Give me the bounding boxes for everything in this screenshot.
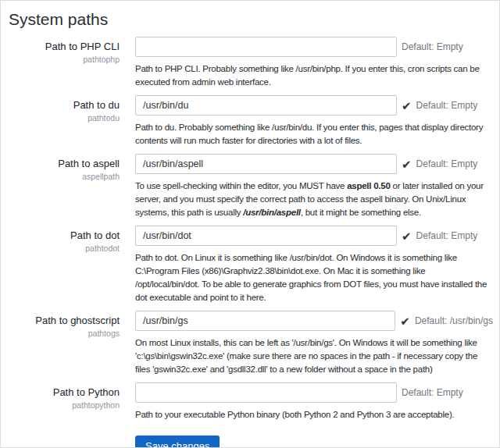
setting-row-pathtopython: Path to Python pathtopython ✔ Default: E…	[9, 382, 491, 421]
default-hint: Default: Empty	[416, 230, 478, 241]
setting-description: Path to your executable Python binary (b…	[135, 408, 491, 421]
check-icon: ✔	[402, 100, 412, 112]
check-icon: ✔	[402, 158, 412, 170]
setting-description: Path to PHP CLI. Probably something like…	[135, 62, 491, 89]
path-input-aspellpath[interactable]	[135, 154, 397, 174]
default-hint: Default: Empty	[402, 387, 463, 398]
default-hint: Default: Empty	[402, 41, 463, 52]
path-input-pathtodot[interactable]	[135, 226, 397, 246]
setting-description: Path to dot. On Linux it is something li…	[135, 251, 491, 304]
setting-code: pathtodot	[9, 243, 120, 254]
path-input-pathtopython[interactable]	[135, 382, 397, 403]
setting-label: Path to ghostscript	[9, 315, 120, 327]
setting-label: Path to dot	[9, 229, 120, 242]
setting-code: pathtodu	[9, 112, 120, 123]
setting-label: Path to Python	[9, 386, 120, 399]
setting-code: pathtopython	[9, 400, 120, 411]
setting-code: pathtophp	[9, 54, 120, 65]
setting-description: To use spell-checking within the editor,…	[135, 180, 491, 219]
setting-row-pathtophp: Path to PHP CLI pathtophp ✔ Default: Emp…	[9, 37, 491, 89]
setting-description: Path to du. Probably something like /usr…	[135, 121, 491, 148]
setting-label: Path to du	[9, 99, 120, 112]
setting-code: aspellpath	[9, 171, 120, 182]
setting-row-aspellpath: Path to aspell aspellpath ✔ Default: Emp…	[9, 154, 491, 219]
save-changes-button[interactable]: Save changes	[135, 436, 220, 448]
setting-description: On most Linux installs, this can be left…	[135, 336, 493, 376]
page-title: System paths	[9, 10, 491, 29]
setting-code: pathtogs	[9, 328, 120, 339]
path-input-pathtodu[interactable]	[135, 95, 397, 116]
default-hint: Default: /usr/bin/gs	[415, 315, 493, 326]
setting-row-pathtodot: Path to dot pathtodot ✔ Default: Empty P…	[9, 226, 491, 304]
path-input-pathtogs[interactable]	[135, 311, 395, 331]
setting-row-pathtodu: Path to du pathtodu ✔ Default: Empty Pat…	[9, 95, 491, 148]
check-icon: ✔	[402, 230, 412, 242]
default-hint: Default: Empty	[416, 100, 478, 111]
path-input-pathtophp[interactable]	[135, 37, 397, 57]
setting-label: Path to PHP CLI	[9, 41, 120, 53]
setting-label: Path to aspell	[9, 158, 120, 170]
default-hint: Default: Empty	[416, 158, 478, 169]
check-icon: ✔	[400, 315, 410, 327]
setting-row-pathtogs: Path to ghostscript pathtogs ✔ Default: …	[9, 311, 491, 376]
